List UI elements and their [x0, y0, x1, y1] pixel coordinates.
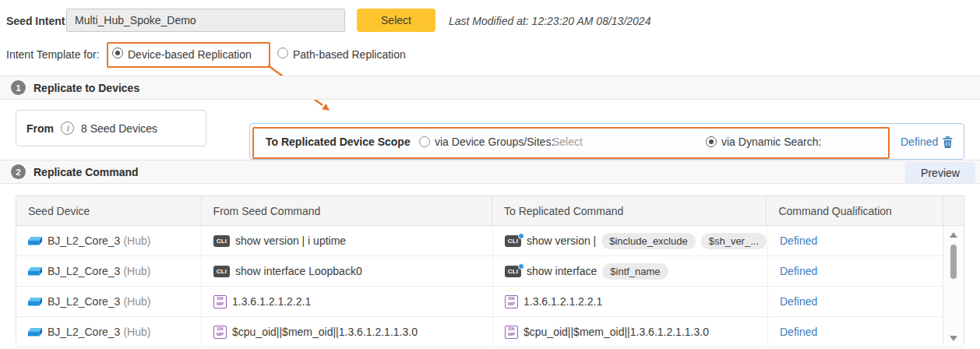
seed-intent-input[interactable] — [66, 9, 345, 32]
table-row: BJ_L2_Core_3 (Hub) CLI show version | i … — [16, 226, 964, 256]
col-seed-device: Seed Device — [16, 196, 202, 225]
from-command-cell: SNMP 1.3.6.1.2.1.2.2.1 — [202, 287, 493, 316]
device-name: BJ_L2_Core_3 — [48, 295, 120, 308]
to-command-cell: SNMP $cpu_oid||$mem_oid||1.3.6.1.2.1.1.3… — [493, 317, 768, 347]
defined-link[interactable]: Defined — [780, 326, 817, 338]
from-command-cell: SNMP $cpu_oid||$mem_oid||1.3.6.1.2.1.1.3… — [202, 317, 493, 347]
device-icon — [28, 298, 42, 306]
to-command-text: $cpu_oid||$mem_oid||1.3.6.1.2.1.1.3.0 — [523, 326, 709, 338]
from-label: From — [26, 122, 54, 135]
col-to-replicated-command: To Replicated Command — [492, 196, 767, 225]
col-command-qualification: Command Qualification — [767, 196, 943, 225]
device-role: (Hub) — [123, 265, 150, 277]
from-command-text: 1.3.6.1.2.1.2.2.1 — [232, 295, 311, 308]
table-row: BJ_L2_Core_3 (Hub) SNMP $cpu_oid||$mem_o… — [16, 317, 964, 347]
defined-link[interactable]: Defined — [780, 295, 817, 308]
device-icon — [28, 237, 42, 245]
variable-pill: $sh_ver_... — [701, 233, 767, 249]
from-command-cell: CLI show interface Loopback0 — [202, 256, 493, 286]
intent-template-label: Intent Template for: — [6, 48, 100, 61]
step-2-badge: 2 — [11, 164, 26, 179]
via-dynamic-search-radio[interactable] — [706, 136, 717, 147]
defined-link[interactable]: Defined — [780, 234, 817, 247]
snmp-icon-text: MP — [217, 332, 224, 337]
device-name: BJ_L2_Core_3 — [48, 265, 120, 277]
scroll-up-icon[interactable] — [950, 232, 957, 238]
device-role: (Hub) — [123, 234, 150, 247]
step-1-badge: 1 — [11, 80, 26, 95]
vertical-scrollbar[interactable] — [943, 226, 964, 344]
variable-pill: $intf_name — [602, 263, 668, 280]
via-device-groups-radio[interactable] — [419, 136, 430, 147]
device-based-label[interactable]: Device-based Replication — [128, 48, 252, 61]
snmp-icon-text: SN — [508, 296, 514, 301]
device-icon — [28, 328, 42, 337]
notification-dot — [518, 233, 524, 239]
select-button[interactable]: Select — [357, 9, 435, 32]
qualification-cell: Defined — [768, 287, 945, 316]
path-based-radio[interactable] — [277, 48, 288, 58]
from-command-text: show version | i uptime — [235, 234, 346, 247]
snmp-icon-text: MP — [217, 301, 224, 307]
from-seed-devices-panel: From i 8 Seed Devices — [16, 110, 206, 146]
last-modified-text: Last Modified at: 12:23:20 AM 08/13/2024 — [449, 15, 650, 27]
to-command-text: show version | — [527, 234, 596, 247]
section-1-title: Replicate to Devices — [33, 82, 139, 94]
via-device-groups-label[interactable]: via Device Groups/Sites: — [435, 136, 554, 148]
from-command-text: $cpu_oid||$mem_oid||1.3.6.1.2.1.1.3.0 — [232, 326, 418, 338]
device-icon — [28, 267, 42, 276]
table-row: BJ_L2_Core_3 (Hub) CLI show interface Lo… — [16, 256, 964, 287]
to-command-cell: CLI show interface $intf_name — [493, 256, 768, 286]
from-command-text: show interface Loopback0 — [235, 265, 362, 277]
snmp-icon: SNMP — [213, 326, 227, 339]
device-based-radio[interactable] — [112, 48, 123, 58]
info-icon[interactable]: i — [61, 122, 74, 135]
path-based-label[interactable]: Path-based Replication — [293, 48, 406, 61]
replicate-command-table: Seed Device From Seed Command To Replica… — [16, 196, 964, 344]
snmp-icon: SNMP — [213, 295, 227, 308]
from-command-cell: CLI show version | i uptime — [202, 226, 493, 256]
qualification-cell: Defined — [768, 317, 945, 347]
seed-device-cell: BJ_L2_Core_3 (Hub) — [16, 256, 202, 286]
notification-dot — [518, 263, 524, 270]
qualification-cell: Defined — [768, 226, 945, 256]
snmp-icon-text: MP — [508, 301, 515, 307]
to-command-cell: SNMP 1.3.6.1.2.1.2.2.1 — [493, 287, 768, 316]
scrollbar-header-spacer — [943, 196, 964, 225]
to-command-text: 1.3.6.1.2.1.2.2.1 — [523, 295, 602, 308]
seed-device-cell: BJ_L2_Core_3 (Hub) — [16, 226, 202, 256]
dynamic-search-defined-link[interactable]: Defined — [901, 136, 938, 148]
seed-device-cell: BJ_L2_Core_3 (Hub) — [16, 287, 202, 316]
to-command-text: show interface — [527, 265, 597, 277]
device-name: BJ_L2_Core_3 — [48, 234, 120, 247]
scope-title: To Replicated Device Scope — [266, 136, 411, 148]
cli-icon: CLI — [213, 266, 230, 277]
section-replicate-to-devices-header: 1 Replicate to Devices — [0, 76, 980, 100]
trash-icon[interactable] — [943, 136, 953, 148]
defined-link[interactable]: Defined — [780, 265, 817, 277]
table-header-row: Seed Device From Seed Command To Replica… — [16, 196, 964, 226]
section-2-title: Replicate Command — [33, 166, 139, 178]
scroll-down-icon[interactable] — [950, 336, 957, 341]
col-from-seed-command: From Seed Command — [202, 196, 492, 225]
snmp-icon-text: SN — [217, 296, 223, 301]
replication-intent-page: Seed Intent: Select Last Modified at: 12… — [0, 0, 980, 349]
snmp-icon-text: SN — [508, 326, 514, 332]
device-role: (Hub) — [123, 295, 150, 308]
scrollbar-thumb[interactable] — [950, 245, 957, 279]
qualification-cell: Defined — [768, 256, 945, 286]
seed-device-cell: BJ_L2_Core_3 (Hub) — [16, 317, 202, 347]
cli-icon: CLI — [213, 235, 230, 247]
seed-intent-label: Seed Intent: — [6, 15, 69, 27]
section-replicate-command-header: 2 Replicate Command Preview — [0, 160, 980, 184]
snmp-icon-text: MP — [508, 332, 515, 337]
via-dynamic-search-label[interactable]: via Dynamic Search: — [721, 136, 821, 148]
snmp-icon: SNMP — [505, 326, 518, 339]
table-row: BJ_L2_Core_3 (Hub) SNMP 1.3.6.1.2.1.2.2.… — [16, 287, 964, 317]
device-role: (Hub) — [123, 326, 150, 338]
variable-pill: $include_exclude — [601, 233, 695, 249]
to-command-cell: CLI show version | $include_exclude $sh_… — [493, 226, 768, 256]
snmp-icon-text: SN — [217, 326, 223, 332]
groups-select-link[interactable]: Select — [552, 136, 583, 148]
preview-button[interactable]: Preview — [905, 162, 975, 183]
